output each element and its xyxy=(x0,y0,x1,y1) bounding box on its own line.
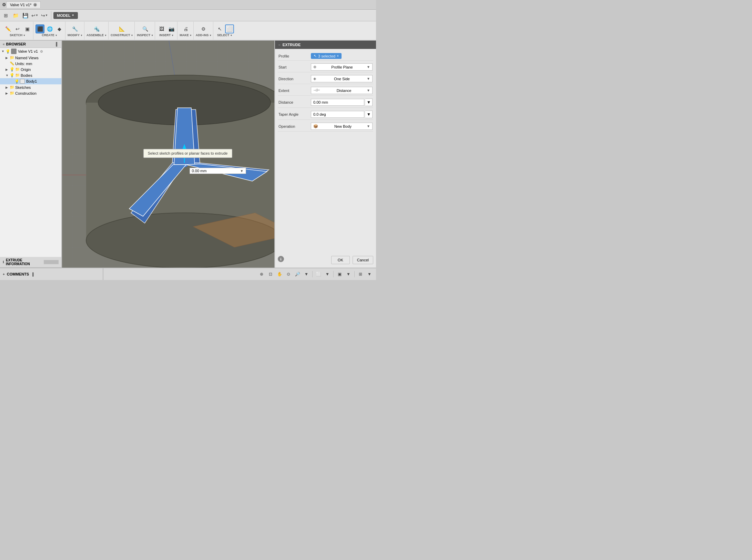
viewport-3d[interactable]: Select sketch profiles or planar faces t… xyxy=(62,41,274,268)
taper-field-arrow[interactable]: ▼ xyxy=(365,111,373,118)
tree-item-body1[interactable]: ▶ 💡 Body1 xyxy=(0,78,61,84)
comments-label: COMMENTS xyxy=(7,272,29,276)
cancel-button[interactable]: Cancel xyxy=(353,256,373,264)
assemble-label[interactable]: ASSEMBLE ▼ xyxy=(87,33,107,37)
toolbar-insert-group: 🖼 📷 INSERT ▼ xyxy=(156,22,177,40)
browser-nav-arrows[interactable]: « xyxy=(3,42,5,46)
tab-valve[interactable]: Valve V1 v1* × xyxy=(6,1,41,8)
addins-icon[interactable]: ⚙ xyxy=(199,24,208,33)
display-arrow-button[interactable]: ▼ xyxy=(324,270,331,278)
distance-field-input[interactable] xyxy=(311,99,364,106)
zoom-button[interactable]: ⊙ xyxy=(285,270,292,278)
units-icon: 📏 xyxy=(10,61,14,66)
tree-item-units[interactable]: ▶ 📏 Units: mm xyxy=(0,61,61,66)
direction-dropdown[interactable]: ◈ One Side ▼ xyxy=(311,75,373,82)
panel-content: Profile ↖ 3 selected × Start ⊕ Profile P… xyxy=(275,49,376,134)
look-at-button[interactable]: ⊡ xyxy=(267,270,274,278)
distance-field-value: ▼ xyxy=(311,98,373,106)
extent-field-icon: ⊣⊢ xyxy=(313,88,320,93)
cube-arrow-button[interactable]: ▼ xyxy=(366,270,373,278)
comments-collapse-button[interactable]: ▌ xyxy=(32,272,35,276)
tree-settings-icon[interactable]: ⚙ xyxy=(40,50,43,53)
select-label[interactable]: SELECT ▼ xyxy=(217,33,232,37)
grid-arrow-button[interactable]: ▼ xyxy=(345,270,352,278)
tree-item-construction[interactable]: ▶ 📁 Construction xyxy=(0,90,61,96)
save-button[interactable]: 💾 xyxy=(21,11,30,20)
zoom-fit-button[interactable]: 🔎 xyxy=(294,270,301,278)
grid-menu-button[interactable]: ⊞ xyxy=(1,11,10,20)
inspect-label[interactable]: INSPECT ▼ xyxy=(137,33,153,37)
operation-value: 📦 New Body ▼ xyxy=(311,123,373,130)
panel-row-taper: Taper Angle ▼ xyxy=(278,109,373,120)
close-tab-button[interactable]: × xyxy=(33,3,37,7)
panel-row-distance: Distance ▼ xyxy=(278,97,373,108)
insert2-icon[interactable]: 📷 xyxy=(167,24,176,33)
orbit-button[interactable]: ⊕ xyxy=(258,270,265,278)
pan-button[interactable]: ✋ xyxy=(276,270,283,278)
modify-icon[interactable]: 🔧 xyxy=(71,24,80,33)
construct-label[interactable]: CONSTRUCT ▼ xyxy=(111,33,133,37)
select-frame-icon[interactable]: ⬜ xyxy=(225,24,234,33)
start-label: Start xyxy=(278,65,309,69)
tree-item-sketches[interactable]: ▶ 📁 Sketches xyxy=(0,84,61,90)
tree-item-origin[interactable]: ▶ 💡 📁 Origin xyxy=(0,66,61,72)
profile-cursor-icon: ↖ xyxy=(314,54,317,58)
display-mode-button[interactable]: ⬜ xyxy=(315,270,322,278)
cube-button[interactable]: ⊞ xyxy=(357,270,364,278)
toolbar-create-group: ⬛ 🌐 ◆ CREATE ▼ xyxy=(34,22,65,40)
addins-label[interactable]: ADD-INS ▼ xyxy=(196,33,212,37)
extrude-info-bar[interactable]: ℹ EXTRUDE INFORMATION xyxy=(0,257,61,268)
assemble-icon[interactable]: 🔩 xyxy=(92,24,101,33)
grid-button[interactable]: ▣ xyxy=(336,270,343,278)
extent-dropdown-arrow: ▼ xyxy=(367,89,370,92)
distance-input-widget[interactable]: ▼ xyxy=(190,168,246,174)
redo-button[interactable]: ↪▼ xyxy=(40,11,49,20)
create-extra-icon[interactable]: ◆ xyxy=(55,24,64,33)
model-mode-button[interactable]: MODEL ▼ xyxy=(53,12,78,19)
profile-clear-button[interactable]: × xyxy=(337,54,339,58)
comments-expand-icon[interactable]: + xyxy=(3,272,5,276)
tree-label-construction: Construction xyxy=(15,91,37,95)
sketch-finish-icon[interactable]: ↩ xyxy=(13,24,22,33)
panel-info-button[interactable]: ℹ xyxy=(278,256,284,262)
operation-dropdown[interactable]: 📦 New Body ▼ xyxy=(311,123,373,130)
profile-selected-badge[interactable]: ↖ 3 selected × xyxy=(311,53,342,59)
title-bar: ⚙ Valve V1 v1* × xyxy=(0,0,376,10)
browser-collapse-button[interactable]: ▌ xyxy=(56,42,59,46)
info-expand-icon[interactable]: ℹ xyxy=(3,260,4,264)
extent-dropdown[interactable]: ⊣⊢ Distance ▼ xyxy=(311,87,373,94)
make-label[interactable]: MAKE ▼ xyxy=(180,33,192,37)
distance-value-input[interactable] xyxy=(192,169,240,173)
create-sphere-icon[interactable]: 🌐 xyxy=(45,24,54,33)
taper-field-input[interactable] xyxy=(311,111,364,118)
tree-item-bodies[interactable]: ▼ 💡 📁 Bodies xyxy=(0,72,61,78)
tree-item-named-views[interactable]: ▶ 📁 Named Views xyxy=(0,55,61,61)
distance-field-arrow[interactable]: ▼ xyxy=(365,98,373,106)
tree-item-root[interactable]: ▼ 💡 Valve V1 v1 ⚙ xyxy=(0,48,61,55)
file-menu-button[interactable]: 📁 xyxy=(11,11,20,20)
panel-close-icon[interactable]: − xyxy=(278,43,281,47)
sketch-icon[interactable]: ✏️ xyxy=(3,24,12,33)
toolbar-select-group: ↖ ⬜ SELECT ▼ xyxy=(214,22,235,40)
sketch-label[interactable]: SKETCH ▼ xyxy=(10,33,26,37)
create-extrude-icon[interactable]: ⬛ xyxy=(35,24,44,33)
panel-row-extent: Extent ⊣⊢ Distance ▼ xyxy=(278,85,373,96)
sketch-3d-icon[interactable]: ▣ xyxy=(23,24,32,33)
create-label[interactable]: CREATE ▼ xyxy=(42,33,57,37)
make-icon[interactable]: 🖨 xyxy=(181,24,190,33)
construct-icon[interactable]: 📐 xyxy=(118,24,126,33)
undo-button[interactable]: ↩▼ xyxy=(30,11,39,20)
modify-label[interactable]: MODIFY ▼ xyxy=(68,33,83,37)
insert-icon[interactable]: 🖼 xyxy=(157,24,166,33)
start-dropdown[interactable]: ⊕ Profile Plane ▼ xyxy=(311,63,373,71)
tree-label-body1: Body1 xyxy=(26,79,37,83)
extrude-panel: − EXTRUDE Profile ↖ 3 selected × Start xyxy=(274,41,376,268)
toolbar-sketch-group: ✏️ ↩ ▣ SKETCH ▼ xyxy=(2,22,33,40)
inspect-icon[interactable]: 🔍 xyxy=(141,24,150,33)
ok-button[interactable]: OK xyxy=(331,256,350,264)
tooltip-text: Select sketch profiles or planar faces t… xyxy=(148,151,228,155)
distance-dropdown-arrow[interactable]: ▼ xyxy=(240,169,244,173)
insert-label[interactable]: INSERT ▼ xyxy=(159,33,174,37)
zoom-arrow-button[interactable]: ▼ xyxy=(303,270,310,278)
select-cursor-icon[interactable]: ↖ xyxy=(215,24,224,33)
